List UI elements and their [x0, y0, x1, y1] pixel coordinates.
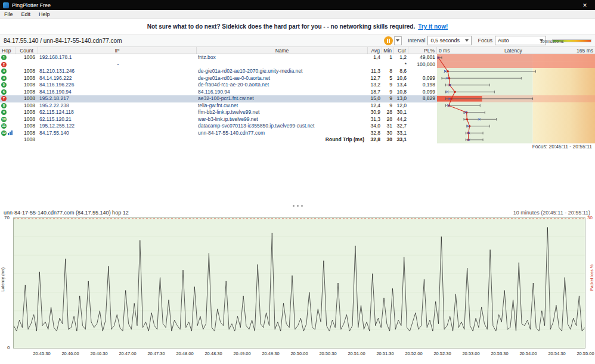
- x-axis-label: 20:51:30: [376, 351, 393, 356]
- hop-cell: 5: [0, 82, 16, 89]
- x-axis-label: 20:54:00: [519, 351, 537, 356]
- min-cell: 28: [382, 109, 394, 116]
- hop-status-badge: 12: [1, 130, 7, 136]
- x-axis-label: 20:55:00: [577, 351, 594, 356]
- column-header-ip[interactable]: IP: [38, 47, 197, 54]
- name-cell: unn-84-17-55-140.cdn77.com: [197, 130, 368, 137]
- min-cell: 1: [382, 54, 394, 61]
- hop-status-badge: 2: [1, 62, 7, 67]
- name-cell: de-gie01a-rd02-ae10-2070.gie.unity-media…: [197, 68, 368, 75]
- column-header-name[interactable]: Name: [197, 47, 368, 54]
- pause-button[interactable]: [384, 36, 393, 45]
- pause-dropdown-button[interactable]: [394, 36, 402, 45]
- ip-cell: 84.17.55.140: [38, 130, 197, 137]
- column-header-hop[interactable]: Hop: [0, 47, 16, 54]
- ip-cell: 84.116.196.226: [38, 82, 197, 89]
- round-trip-label: Round Trip (ms): [197, 136, 368, 144]
- workspace-empty-area: [0, 150, 595, 203]
- pane-splitter-handle[interactable]: [0, 203, 595, 209]
- name-cell: [197, 61, 368, 69]
- try-it-now-link[interactable]: Try it now!: [418, 23, 448, 30]
- cur-cell: 33,1: [394, 136, 408, 144]
- close-icon[interactable]: ✕: [575, 2, 595, 8]
- x-axis-label: 20:54:30: [548, 351, 565, 356]
- title-bar: PingPlotter Free ✕: [0, 0, 595, 10]
- x-axis-label: 20:51:00: [348, 351, 365, 356]
- target-bar: 84.17.55.140 / unn-84-17-55-140.cdn77.co…: [0, 34, 595, 47]
- ip-cell: 192.168.178.1: [38, 54, 197, 61]
- legend-100ms-label: 100ms: [552, 39, 564, 43]
- focus-value: Auto: [498, 38, 509, 43]
- column-header-count[interactable]: Count: [16, 47, 38, 54]
- interval-select[interactable]: 0,5 seconds: [427, 36, 472, 45]
- count-cell: 1008: [16, 102, 38, 110]
- min-cell: [382, 61, 394, 69]
- hop-status-badge: 11: [1, 123, 7, 129]
- ip-cell: 195.2.22.238: [38, 102, 197, 110]
- hop-cell: 10: [0, 116, 16, 123]
- ip-cell: 81.210.131.246: [38, 68, 197, 75]
- x-axis-label: 20:49:00: [233, 351, 250, 356]
- packet-loss-cell: [408, 130, 437, 137]
- min-cell: 9: [382, 82, 394, 89]
- cur-cell: 13,4: [394, 82, 408, 89]
- column-header-avg[interactable]: Avg: [368, 47, 382, 54]
- avg-cell: 1,4: [368, 54, 382, 61]
- ip-cell: 84.14.196.222: [38, 75, 197, 82]
- x-axis-label: 20:48:00: [176, 351, 193, 356]
- x-axis-label: 20:53:30: [491, 351, 508, 356]
- column-header-pl[interactable]: PL%: [408, 47, 437, 54]
- cur-cell: 8,6: [394, 68, 408, 75]
- window-title: PingPlotter Free: [12, 2, 575, 8]
- column-header-cur[interactable]: Cur: [394, 47, 408, 54]
- avg-cell: 18,7: [368, 89, 382, 96]
- timeline-plot[interactable]: [13, 217, 585, 349]
- avg-cell: [368, 61, 382, 69]
- hop-latency-graph[interactable]: [437, 54, 595, 144]
- packet-loss-cell: [408, 68, 437, 75]
- packet-loss-cell: [408, 116, 437, 123]
- timeline-graph-icon[interactable]: [8, 130, 13, 135]
- avg-cell: 34,0: [368, 123, 382, 130]
- packet-loss-cell: [408, 136, 437, 144]
- banner-message: Not sure what to do next? Sidekick does …: [147, 23, 416, 30]
- chevron-down-icon: [465, 39, 469, 42]
- x-axis-label: 20:52:00: [405, 351, 422, 356]
- splitter-dot: [301, 205, 303, 207]
- y-axis-min-label: 0: [7, 345, 10, 350]
- packet-loss-cell: 8,829: [408, 95, 437, 102]
- x-axis-label: 20:46:30: [90, 351, 107, 356]
- count-cell: 1008: [16, 136, 38, 144]
- avg-cell: 11,3: [368, 68, 382, 75]
- hop-cell: 12: [0, 130, 16, 137]
- avg-cell: 30,9: [368, 109, 382, 116]
- count-cell: 1008: [16, 82, 38, 89]
- hop-cell: 8: [0, 102, 16, 110]
- latency-max-label: 165 ms: [577, 48, 593, 54]
- menu-file[interactable]: File: [0, 11, 17, 17]
- packet-loss-cell: 0,099: [408, 89, 437, 96]
- hop-status-badge: 5: [1, 82, 7, 88]
- hop-status-badge: 6: [1, 89, 7, 95]
- focus-label: Focus: [478, 38, 492, 43]
- avg-cell: 31,3: [368, 116, 382, 123]
- focus-select[interactable]: Auto: [495, 36, 546, 45]
- x-axis-label: 20:45:30: [33, 351, 50, 356]
- timeline-pane: unn-84-17-55-140.cdn77.com (84.17.55.140…: [0, 209, 595, 364]
- cur-cell: 10,6: [394, 75, 408, 82]
- cur-cell: 13,0: [394, 95, 408, 102]
- timeline-chart: [14, 218, 585, 348]
- ip-cell: 62.115.124.118: [38, 109, 197, 116]
- timeline-title: unn-84-17-55-140.cdn77.com (84.17.55.140…: [4, 210, 129, 216]
- hop-cell: 1: [0, 54, 16, 61]
- column-header-min[interactable]: Min: [382, 47, 394, 54]
- cur-cell: 44,2: [394, 116, 408, 123]
- x-axis-label: 20:50:30: [319, 351, 336, 356]
- cur-cell: *: [394, 61, 408, 69]
- count-cell: 1008: [16, 130, 38, 137]
- menu-edit[interactable]: Edit: [17, 11, 35, 17]
- sidekick-banner: Not sure what to do next? Sidekick does …: [0, 19, 595, 34]
- menu-help[interactable]: Help: [35, 11, 54, 17]
- hop-cell: 11: [0, 123, 16, 130]
- min-cell: 31: [382, 123, 394, 130]
